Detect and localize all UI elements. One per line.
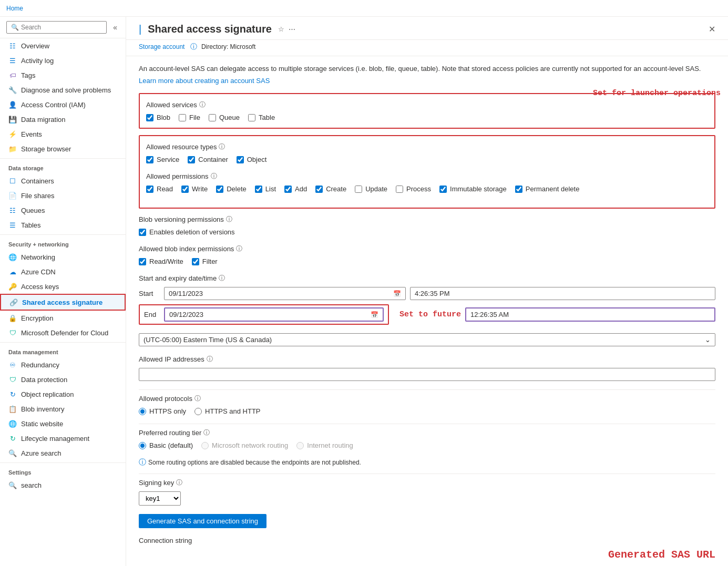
start-time-input[interactable]: 4:26:35 PM: [410, 287, 715, 300]
resource-types-info-icon[interactable]: ⓘ: [219, 142, 225, 151]
blob-checkbox-item[interactable]: Blob: [146, 114, 170, 121]
container-checkbox-item[interactable]: Container: [188, 156, 228, 163]
create-checkbox-item[interactable]: Create: [315, 185, 346, 193]
sidebar-item-events[interactable]: ⚡ Events: [0, 127, 126, 141]
list-checkbox[interactable]: [255, 186, 262, 193]
blob-versioning-info-icon[interactable]: ⓘ: [226, 215, 232, 224]
sidebar-item-encryption[interactable]: 🔒 Encryption: [0, 311, 126, 325]
home-breadcrumb[interactable]: Home: [6, 5, 23, 12]
allowed-ip-info-icon[interactable]: ⓘ: [207, 355, 213, 364]
sidebar-item-redundancy[interactable]: ♾ Redundancy: [0, 357, 126, 372]
sidebar-item-shared-access-signature[interactable]: 🔗 Shared access signature: [0, 294, 126, 311]
end-date-input[interactable]: 09/12/2023 📅: [164, 307, 384, 322]
ellipsis-icon[interactable]: ⋯: [289, 25, 295, 33]
sidebar-item-tags[interactable]: 🏷 Tags: [0, 68, 126, 83]
file-checkbox[interactable]: [179, 114, 186, 121]
https-only-radio-item[interactable]: HTTPS only: [139, 407, 186, 415]
service-checkbox[interactable]: [146, 156, 153, 163]
queue-checkbox-item[interactable]: Queue: [209, 114, 240, 121]
service-checkbox-item[interactable]: Service: [146, 156, 179, 163]
sidebar-item-blob-inventory[interactable]: 📋 Blob inventory: [0, 402, 126, 416]
read-write-checkbox-item[interactable]: Read/Write: [139, 258, 183, 265]
basic-radio[interactable]: [139, 442, 146, 449]
add-checkbox[interactable]: [284, 186, 292, 193]
process-checkbox-item[interactable]: Process: [396, 185, 431, 193]
sidebar-item-networking[interactable]: 🌐 Networking: [0, 250, 126, 264]
end-time-input[interactable]: 12:26:35 AM: [465, 307, 715, 322]
file-checkbox-item[interactable]: File: [179, 114, 200, 121]
blob-index-info-icon[interactable]: ⓘ: [236, 244, 242, 253]
allowed-services-info-icon[interactable]: ⓘ: [199, 100, 206, 109]
timezone-select[interactable]: (UTC-05:00) Eastern Time (US & Canada) ⌄: [139, 333, 715, 346]
start-date-input[interactable]: 09/11/2023 📅: [164, 287, 406, 300]
star-icon[interactable]: ☆: [278, 25, 284, 33]
delete-checkbox[interactable]: [216, 186, 223, 193]
sidebar-item-tables[interactable]: ☰ Tables: [0, 218, 126, 232]
enables-deletion-checkbox-item[interactable]: Enables deletion of versions: [139, 228, 235, 236]
sidebar-item-lifecycle-management[interactable]: ↻ Lifecycle management: [0, 431, 126, 446]
sidebar-item-azure-search[interactable]: 🔍 Azure search: [0, 446, 126, 460]
preferred-routing-info-icon[interactable]: ⓘ: [203, 428, 210, 437]
allowed-ip-input[interactable]: [139, 368, 715, 381]
table-checkbox-item[interactable]: Table: [248, 114, 275, 121]
immutable-storage-checkbox-item[interactable]: Immutable storage: [439, 185, 507, 193]
update-checkbox[interactable]: [355, 186, 362, 193]
immutable-storage-checkbox[interactable]: [439, 186, 447, 193]
sidebar-item-storage-browser[interactable]: 📁 Storage browser: [0, 141, 126, 156]
signing-key-select[interactable]: key1 key2: [139, 491, 181, 506]
microsoft-network-radio[interactable]: [201, 442, 209, 449]
https-only-radio[interactable]: [139, 408, 146, 415]
table-checkbox[interactable]: [248, 114, 255, 121]
sidebar-item-access-keys[interactable]: 🔑 Access keys: [0, 279, 126, 294]
container-checkbox[interactable]: [188, 156, 195, 163]
microsoft-network-radio-item[interactable]: Microsoft network routing: [201, 441, 288, 449]
sidebar-item-file-shares[interactable]: 📄 File shares: [0, 188, 126, 203]
generate-sas-button[interactable]: Generate SAS and connection string: [139, 514, 266, 528]
read-checkbox[interactable]: [146, 186, 153, 193]
sidebar-item-data-migration[interactable]: 💾 Data migration: [0, 112, 126, 127]
sidebar-search-box[interactable]: 🔍: [6, 21, 107, 34]
https-http-radio[interactable]: [194, 408, 202, 415]
https-http-radio-item[interactable]: HTTPS and HTTP: [194, 407, 260, 415]
sidebar-item-queues[interactable]: ☷ Queues: [0, 203, 126, 218]
process-checkbox[interactable]: [396, 186, 403, 193]
sidebar-item-data-protection[interactable]: 🛡 Data protection: [0, 372, 126, 387]
sidebar-item-iam[interactable]: 👤 Access Control (IAM): [0, 97, 126, 112]
permanent-delete-checkbox[interactable]: [515, 186, 522, 193]
blob-checkbox[interactable]: [146, 114, 153, 121]
basic-radio-item[interactable]: Basic (default): [139, 441, 193, 449]
internet-radio[interactable]: [296, 442, 304, 449]
write-checkbox[interactable]: [181, 186, 189, 193]
storage-account-label[interactable]: Storage account: [139, 43, 184, 50]
object-checkbox[interactable]: [237, 156, 244, 163]
sidebar-item-overview[interactable]: ☷ Overview: [0, 38, 126, 53]
datetime-info-icon[interactable]: ⓘ: [219, 274, 225, 283]
close-button[interactable]: ✕: [709, 24, 715, 34]
write-checkbox-item[interactable]: Write: [181, 185, 208, 193]
sidebar-collapse-button[interactable]: «: [111, 22, 119, 33]
end-calendar-icon[interactable]: 📅: [371, 311, 378, 318]
enables-deletion-checkbox[interactable]: [139, 229, 146, 236]
sidebar-item-azure-cdn[interactable]: ☁ Azure CDN: [0, 264, 126, 279]
internet-radio-item[interactable]: Internet routing: [296, 441, 353, 449]
object-checkbox-item[interactable]: Object: [237, 156, 267, 163]
sidebar-item-object-replication[interactable]: ↻ Object replication: [0, 387, 126, 402]
learn-more-link[interactable]: Learn more about creating an account SAS: [139, 77, 270, 85]
filter-checkbox-item[interactable]: Filter: [192, 258, 218, 265]
update-checkbox-item[interactable]: Update: [355, 185, 387, 193]
permissions-info-icon[interactable]: ⓘ: [211, 172, 217, 181]
list-checkbox-item[interactable]: List: [255, 185, 276, 193]
sidebar-item-microsoft-defender[interactable]: 🛡 Microsoft Defender for Cloud: [0, 325, 126, 340]
allowed-protocols-info-icon[interactable]: ⓘ: [194, 394, 201, 403]
sidebar-item-static-website[interactable]: 🌐 Static website: [0, 416, 126, 431]
signing-key-info-icon[interactable]: ⓘ: [176, 478, 182, 487]
read-write-checkbox[interactable]: [139, 258, 146, 265]
search-input[interactable]: [21, 24, 102, 31]
start-calendar-icon[interactable]: 📅: [393, 290, 401, 297]
sidebar-item-containers[interactable]: ☐ Containers: [0, 173, 126, 188]
permanent-delete-checkbox-item[interactable]: Permanent delete: [515, 185, 580, 193]
add-checkbox-item[interactable]: Add: [284, 185, 307, 193]
filter-checkbox[interactable]: [192, 258, 199, 265]
sidebar-item-search[interactable]: 🔍 search: [0, 478, 126, 492]
delete-checkbox-item[interactable]: Delete: [216, 185, 247, 193]
